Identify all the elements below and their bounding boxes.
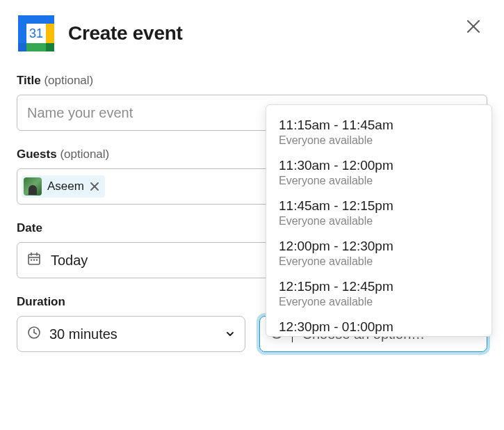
time-option-label: 12:15pm - 12:45pm bbox=[279, 279, 479, 294]
svg-text:31: 31 bbox=[29, 26, 43, 40]
time-option-availability: Everyone available bbox=[279, 255, 479, 268]
duration-field: Duration 30 minutes bbox=[17, 295, 245, 352]
time-option[interactable]: 11:30am - 12:00pmEveryone available bbox=[266, 152, 491, 193]
svg-rect-7 bbox=[46, 15, 54, 24]
svg-rect-19 bbox=[33, 259, 35, 260]
chevron-down-icon bbox=[225, 326, 235, 342]
time-option-label: 11:15am - 11:45am bbox=[279, 118, 479, 133]
time-option[interactable]: 12:00pm - 12:30pmEveryone available bbox=[266, 233, 491, 273]
time-option-label: 11:30am - 12:00pm bbox=[279, 158, 479, 173]
avatar bbox=[24, 177, 42, 196]
time-option-label: 12:00pm - 12:30pm bbox=[279, 239, 479, 254]
date-value: Today bbox=[51, 253, 88, 269]
clock-icon bbox=[27, 326, 41, 343]
close-icon bbox=[90, 182, 99, 191]
svg-rect-20 bbox=[36, 259, 38, 260]
guest-chip: Aseem bbox=[22, 175, 105, 198]
guest-name: Aseem bbox=[47, 180, 84, 193]
time-option[interactable]: 12:30pm - 01:00pm bbox=[266, 314, 491, 335]
time-option[interactable]: 11:45am - 12:15pmEveryone available bbox=[266, 193, 491, 233]
title-label-text: Title bbox=[17, 74, 41, 87]
title-optional-text: (optional) bbox=[44, 74, 93, 87]
guests-label-text: Guests bbox=[17, 148, 57, 161]
svg-line-23 bbox=[34, 333, 37, 334]
remove-guest-button[interactable] bbox=[90, 182, 99, 191]
time-option-availability: Everyone available bbox=[279, 175, 479, 187]
svg-rect-6 bbox=[18, 43, 26, 51]
dialog-title: Create event bbox=[68, 22, 182, 45]
time-option[interactable]: 11:15am - 11:45amEveryone available bbox=[266, 112, 491, 152]
title-label: Title (optional) bbox=[17, 74, 487, 88]
time-options-dropdown: 11:15am - 11:45amEveryone available11:30… bbox=[266, 104, 492, 337]
duration-select[interactable]: 30 minutes bbox=[17, 316, 245, 352]
dialog-header: 31 Create event bbox=[17, 14, 487, 53]
time-option-availability: Everyone available bbox=[279, 134, 479, 147]
time-option-availability: Everyone available bbox=[279, 215, 479, 228]
svg-rect-18 bbox=[31, 259, 32, 260]
close-button[interactable] bbox=[464, 17, 483, 36]
google-calendar-icon: 31 bbox=[17, 14, 56, 53]
duration-label: Duration bbox=[17, 295, 245, 309]
time-option-label: 11:45am - 12:15pm bbox=[279, 198, 479, 214]
duration-value: 30 minutes bbox=[49, 326, 117, 342]
close-icon bbox=[466, 19, 481, 34]
time-option-label: 12:30pm - 01:00pm bbox=[279, 319, 479, 335]
svg-rect-5 bbox=[46, 43, 54, 51]
calendar-icon bbox=[27, 252, 41, 269]
time-option-availability: Everyone available bbox=[279, 296, 479, 308]
guests-optional-text: (optional) bbox=[60, 148, 109, 161]
time-option[interactable]: 12:15pm - 12:45pmEveryone available bbox=[266, 273, 491, 314]
